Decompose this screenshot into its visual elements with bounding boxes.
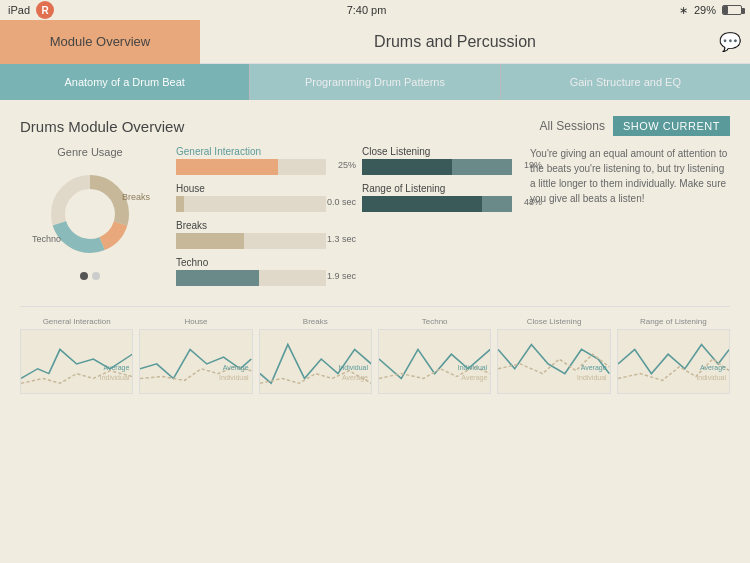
bar-track-0: 25% (176, 159, 326, 175)
sparkline-title-2: Breaks (259, 317, 372, 326)
battery-label: 29% (694, 4, 716, 16)
top-right: Close Listening 19% Range of Listening 4… (362, 146, 730, 220)
sparklines-row: General Interaction Average Individual H… (20, 306, 730, 394)
techno-label: Techno (32, 234, 61, 244)
sparkline-general: General Interaction Average Individual (20, 317, 133, 394)
sparkline-techno: Techno Individual Average (378, 317, 491, 394)
sparkline-title-0: General Interaction (20, 317, 133, 326)
bar-label-3: Techno (176, 257, 346, 268)
sparkline-breaks: Breaks Individual Average (259, 317, 372, 394)
battery-icon (722, 5, 742, 15)
sparkline-legend-3: Individual Average (458, 363, 488, 383)
sparkline-box-3: Individual Average (378, 329, 491, 394)
bar-label-2: Breaks (176, 220, 346, 231)
sparkline-title-3: Techno (378, 317, 491, 326)
content-area: Genre Usage Breaks Techno (20, 146, 730, 294)
sparkline-legend-1: Average Individual (219, 363, 249, 383)
sub-nav: Anatomy of a Drum Beat Programming Drum … (0, 64, 750, 100)
listen-track-1: 48% (362, 196, 512, 212)
top-nav: Module Overview Drums and Percussion 💬 (0, 20, 750, 64)
chat-icon[interactable]: 💬 (710, 31, 750, 53)
sparkline-range-listening: Range of Listening Average Individual (617, 317, 730, 394)
status-bar: iPad R 7:40 pm ∗ 29% (0, 0, 750, 20)
sparkline-title-5: Range of Listening (617, 317, 730, 326)
page-title: Drums and Percussion (200, 33, 710, 51)
bluetooth-icon: ∗ (679, 4, 688, 17)
bar-track-2: 1.3 sec (176, 233, 326, 249)
dot-indicators (20, 272, 160, 280)
all-sessions-label: All Sessions (540, 119, 605, 133)
description-text: You're giving an equal amount of attenti… (530, 146, 730, 220)
listening-charts: Close Listening 19% Range of Listening 4… (362, 146, 514, 220)
sub-nav-gain[interactable]: Gain Structure and EQ (501, 64, 750, 100)
dot-1[interactable] (80, 272, 88, 280)
section-title: Drums Module Overview (20, 118, 184, 135)
sub-nav-programming[interactable]: Programming Drum Patterns (250, 64, 500, 100)
sparkline-title-4: Close Listening (497, 317, 610, 326)
bar-value-3: 1.9 sec (327, 271, 356, 281)
donut-chart: Breaks Techno (40, 164, 140, 264)
content-header: Drums Module Overview All Sessions SHOW … (20, 116, 730, 136)
listen-value-0: 19% (524, 160, 542, 170)
bar-track-1: 0.0 sec (176, 196, 326, 212)
show-current-button[interactable]: SHOW CURRENT (613, 116, 730, 136)
module-overview-button[interactable]: Module Overview (0, 20, 200, 64)
breaks-label: Breaks (122, 192, 150, 202)
avatar: R (36, 1, 54, 19)
genre-title: Genre Usage (20, 146, 160, 158)
sparkline-box-4: Average Individual (497, 329, 610, 394)
bar-group-2: Breaks 1.3 sec (176, 220, 346, 249)
listen-label-1: Range of Listening (362, 183, 514, 194)
listen-value-1: 48% (524, 197, 542, 207)
listen-bar-0: Close Listening 19% (362, 146, 514, 175)
status-left: iPad R (8, 1, 54, 19)
sparkline-house: House Average Individual (139, 317, 252, 394)
sub-nav-anatomy[interactable]: Anatomy of a Drum Beat (0, 64, 250, 100)
listen-bar-1: Range of Listening 48% (362, 183, 514, 212)
main-content: Drums Module Overview All Sessions SHOW … (0, 100, 750, 563)
sparkline-box-2: Individual Average (259, 329, 372, 394)
bar-label-0: General Interaction (176, 146, 346, 157)
time-display: 7:40 pm (347, 4, 387, 16)
sparkline-close-listening: Close Listening Average Individual (497, 317, 610, 394)
sessions-area: All Sessions SHOW CURRENT (540, 116, 730, 136)
bar-track-3: 1.9 sec (176, 270, 326, 286)
bar-value-1: 0.0 sec (327, 197, 356, 207)
status-right: ∗ 29% (679, 4, 742, 17)
sparkline-box-5: Average Individual (617, 329, 730, 394)
bar-charts-panel: General Interaction 25% House 0.0 sec Br… (176, 146, 346, 294)
sparkline-box-1: Average Individual (139, 329, 252, 394)
listen-track-0: 19% (362, 159, 512, 175)
sparkline-legend-0: Average Individual (100, 363, 130, 383)
right-section: Close Listening 19% Range of Listening 4… (362, 146, 730, 294)
device-label: iPad (8, 4, 30, 16)
bar-value-0: 25% (338, 160, 356, 170)
sparkline-title-1: House (139, 317, 252, 326)
bar-value-2: 1.3 sec (327, 234, 356, 244)
bar-label-1: House (176, 183, 346, 194)
bar-group-1: House 0.0 sec (176, 183, 346, 212)
bar-group-3: Techno 1.9 sec (176, 257, 346, 286)
sparkline-legend-2: Individual Average (338, 363, 368, 383)
genre-usage-panel: Genre Usage Breaks Techno (20, 146, 160, 294)
listen-label-0: Close Listening (362, 146, 514, 157)
sparkline-legend-5: Average Individual (696, 363, 726, 383)
bar-group-0: General Interaction 25% (176, 146, 346, 175)
dot-2[interactable] (92, 272, 100, 280)
sparkline-legend-4: Average Individual (577, 363, 607, 383)
sparkline-box-0: Average Individual (20, 329, 133, 394)
